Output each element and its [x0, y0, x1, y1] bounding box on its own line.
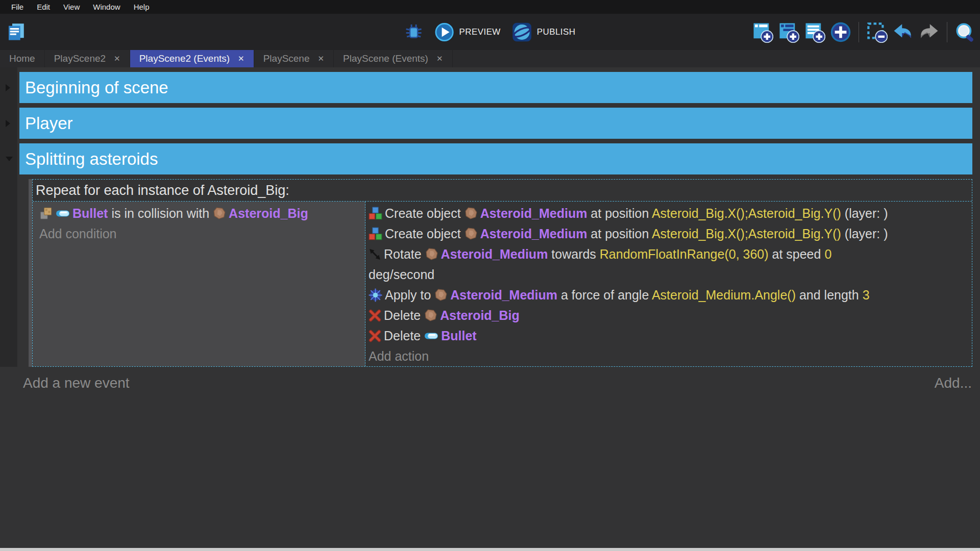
collision-icon — [39, 207, 53, 220]
add-event-icon — [752, 21, 773, 43]
menu-item-window[interactable]: Window — [86, 0, 127, 14]
toolbar-right — [752, 14, 976, 50]
delete-icon — [369, 309, 381, 322]
add-subevent-icon — [778, 21, 799, 43]
toolbar: PREVIEW PUBLISH — [0, 14, 980, 50]
add-subevent-button[interactable] — [778, 21, 799, 43]
sub-event-handle[interactable] — [29, 179, 32, 367]
add-more-button[interactable]: Add... — [935, 375, 972, 391]
instruction-text: towards — [548, 247, 599, 261]
menu-item-help[interactable]: Help — [127, 0, 156, 14]
toolbar-separator — [947, 22, 947, 42]
action-row[interactable]: Delete Bullet — [369, 325, 968, 346]
undo-button[interactable] — [892, 21, 914, 43]
search-icon — [954, 21, 976, 43]
asteroid-icon — [464, 207, 478, 220]
instruction-text: deg/second — [369, 267, 434, 282]
tab-home[interactable]: Home — [0, 50, 45, 67]
menu-item-edit[interactable]: Edit — [30, 0, 57, 14]
expand-arrow-icon[interactable] — [6, 84, 10, 91]
menu-item-view[interactable]: View — [57, 0, 86, 14]
expression: Asteroid_Big.X();Asteroid_Big.Y() — [652, 206, 841, 220]
add-other-button[interactable] — [830, 21, 851, 43]
object-name: Bullet — [72, 206, 108, 220]
publish-button[interactable]: PUBLISH — [512, 22, 576, 42]
bullet-icon — [424, 332, 438, 340]
menu-bar: FileEditViewWindowHelp — [0, 0, 980, 14]
force-icon — [369, 288, 382, 302]
add-event-row: Add a new event Add... — [0, 367, 980, 391]
tab-playscene-events[interactable]: PlayScene (Events)✕ — [334, 50, 452, 67]
repeat-event-header[interactable]: Repeat for each instance of Asteroid_Big… — [33, 180, 972, 201]
event-group-header[interactable]: Player — [19, 108, 972, 139]
preview-label: PREVIEW — [459, 27, 501, 37]
expand-arrow-icon[interactable] — [6, 120, 10, 127]
add-new-event-button[interactable]: Add a new event — [23, 375, 130, 391]
condition-row[interactable]: Bullet is in collision with Asteroid_Big — [39, 203, 362, 223]
gdevelop-window: FileEditViewWindowHelp PREVIEW PUBLI — [0, 0, 980, 551]
menu-item-file[interactable]: File — [5, 0, 30, 14]
delete-icon — [369, 330, 381, 342]
asteroid-icon — [434, 288, 448, 302]
close-icon[interactable]: ✕ — [114, 54, 120, 63]
instruction-text: at speed — [769, 247, 825, 261]
object-name: Asteroid_Medium — [441, 247, 548, 261]
instruction-text: at position — [587, 227, 651, 241]
instruction-text: (layer: ) — [841, 227, 888, 241]
tab-label: PlayScene (Events) — [343, 53, 428, 64]
debugger-icon[interactable] — [405, 23, 423, 41]
tab-label: PlayScene2 — [54, 53, 106, 64]
gdevelop-logo-icon — [5, 21, 27, 42]
undo-icon — [892, 21, 914, 43]
horizontal-scrollbar[interactable] — [0, 548, 980, 551]
toolbar-separator — [859, 22, 859, 42]
expression: Asteroid_Medium.Angle() — [652, 288, 796, 302]
preview-play-icon — [434, 22, 455, 42]
tab-playscene2-events[interactable]: PlayScene2 (Events)✕ — [130, 50, 254, 67]
tab-playscene2[interactable]: PlayScene2✕ — [45, 50, 130, 67]
tab-playscene[interactable]: PlayScene✕ — [254, 50, 334, 67]
action-row[interactable]: Create object Asteroid_Medium at positio… — [369, 203, 968, 223]
asteroid-icon — [213, 207, 226, 220]
action-row[interactable]: Delete Asteroid_Big — [369, 305, 968, 325]
condition-action-columns: Bullet is in collision with Asteroid_Big… — [33, 201, 972, 366]
add-event-button[interactable] — [752, 21, 773, 43]
close-icon[interactable]: ✕ — [238, 54, 244, 63]
action-row[interactable]: Apply to Asteroid_Medium a force of angl… — [369, 285, 968, 305]
event-group-header[interactable]: Beginning of scene — [19, 72, 972, 103]
expression: 3 — [863, 288, 870, 302]
object-name: Asteroid_Medium — [450, 288, 557, 302]
redo-button[interactable] — [918, 21, 940, 43]
asteroid-icon — [424, 309, 437, 322]
action-row[interactable]: Rotate Asteroid_Medium towards RandomFlo… — [369, 244, 968, 285]
preview-button[interactable]: PREVIEW — [434, 22, 501, 42]
repeat-event-content: Repeat for each instance of Asteroid_Big… — [32, 179, 972, 367]
actions-column: Create object Asteroid_Medium at positio… — [365, 202, 972, 366]
repeat-event[interactable]: Repeat for each instance of Asteroid_Big… — [29, 179, 972, 367]
event-group-header[interactable]: Splitting asteroids — [19, 143, 972, 174]
collapse-arrow-icon[interactable] — [6, 157, 13, 161]
asteroid-icon — [464, 227, 478, 240]
toolbar-center: PREVIEW PUBLISH — [405, 14, 576, 50]
event-sheet: Beginning of scenePlayerSplitting astero… — [0, 67, 980, 367]
close-icon[interactable]: ✕ — [318, 54, 325, 63]
add-condition-button[interactable]: Add condition — [39, 223, 362, 244]
tab-label: PlayScene — [263, 53, 310, 64]
instruction-text: a force of angle — [557, 288, 652, 302]
add-action-button[interactable]: Add action — [369, 346, 968, 366]
instruction-text: Rotate — [384, 247, 425, 261]
close-icon[interactable]: ✕ — [436, 54, 443, 63]
event-groups: Beginning of scenePlayerSplitting astero… — [19, 72, 972, 174]
object-name: Asteroid_Big — [440, 308, 520, 322]
action-row[interactable]: Create object Asteroid_Medium at positio… — [369, 223, 968, 244]
publish-globe-icon — [512, 22, 532, 42]
instruction-text: Delete — [384, 329, 424, 343]
add-comment-button[interactable] — [804, 21, 825, 43]
redo-icon — [918, 21, 940, 43]
app-logo[interactable] — [5, 21, 27, 44]
tab-label: PlayScene2 (Events) — [139, 53, 230, 64]
object-name: Asteroid_Big — [229, 206, 308, 220]
search-button[interactable] — [954, 21, 976, 43]
rotate-icon — [369, 248, 381, 261]
delete-selection-button[interactable] — [866, 21, 888, 43]
